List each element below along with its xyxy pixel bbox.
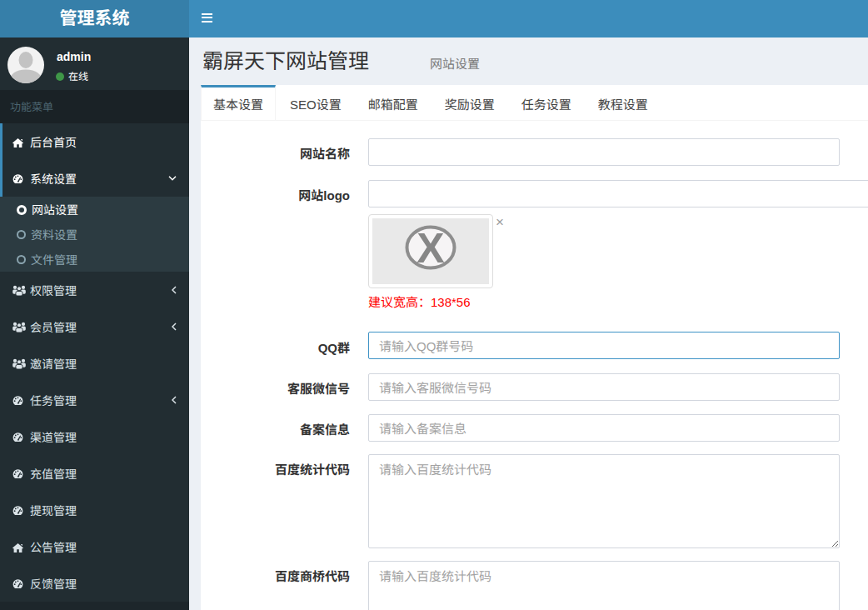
svg-text:X: X bbox=[417, 225, 444, 272]
